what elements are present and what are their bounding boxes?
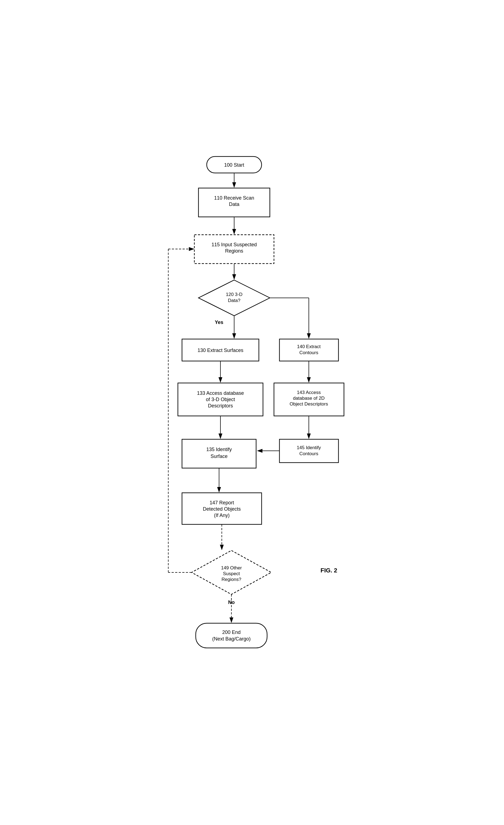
svg-text:Data?: Data?	[228, 298, 240, 303]
svg-text:database of 2D: database of 2D	[293, 396, 325, 401]
svg-rect-35	[274, 383, 344, 416]
svg-text:100 Start: 100 Start	[224, 162, 244, 168]
svg-rect-20	[182, 339, 259, 361]
svg-rect-28	[182, 439, 256, 468]
svg-text:115 Input Suspected: 115 Input Suspected	[211, 242, 257, 247]
svg-text:Object Descriptors: Object Descriptors	[290, 401, 328, 406]
svg-text:Regions: Regions	[225, 248, 243, 254]
svg-text:Detected Objects: Detected Objects	[203, 506, 241, 512]
svg-text:Regions?: Regions?	[222, 577, 241, 582]
svg-text:Yes: Yes	[215, 319, 223, 325]
svg-text:Contours: Contours	[299, 451, 318, 456]
svg-text:140  Extract: 140 Extract	[297, 344, 320, 349]
svg-text:147  Report: 147 Report	[209, 500, 234, 506]
svg-rect-9	[194, 235, 274, 264]
svg-text:(If Any): (If Any)	[214, 513, 229, 518]
svg-rect-59	[196, 623, 267, 648]
svg-text:130 Extract Surfaces: 130 Extract Surfaces	[197, 348, 243, 353]
svg-text:200 End: 200 End	[222, 629, 240, 635]
svg-text:135  Identify: 135 Identify	[206, 447, 232, 452]
svg-marker-13	[199, 280, 270, 316]
svg-rect-45	[182, 493, 262, 524]
svg-text:Surface: Surface	[211, 454, 228, 459]
flowchart-diagram: 100 Start 110 Receive Scan Data 115 Inpu…	[156, 11, 348, 807]
svg-text:145  Identify: 145 Identify	[297, 445, 321, 450]
svg-marker-50	[192, 550, 271, 594]
svg-rect-40	[279, 439, 339, 463]
svg-text:110 Receive Scan: 110 Receive Scan	[214, 195, 254, 201]
svg-text:143  Access: 143 Access	[297, 390, 321, 395]
svg-text:120 3-D: 120 3-D	[226, 292, 242, 297]
svg-text:Contours: Contours	[299, 350, 318, 355]
svg-rect-5	[199, 188, 270, 217]
svg-rect-23	[178, 383, 263, 416]
svg-text:133 Access database: 133 Access database	[197, 390, 244, 396]
svg-text:No: No	[228, 600, 235, 605]
svg-text:FIG. 2: FIG. 2	[320, 567, 337, 574]
svg-text:of 3-D Object: of 3-D Object	[206, 397, 235, 402]
svg-rect-31	[279, 339, 339, 361]
svg-text:Descriptors: Descriptors	[208, 403, 233, 408]
svg-text:Data: Data	[229, 202, 240, 207]
svg-rect-2	[207, 156, 262, 173]
svg-text:Suspect: Suspect	[223, 571, 240, 576]
svg-text:(Next Bag/Cargo): (Next Bag/Cargo)	[212, 636, 250, 642]
svg-text:149  Other: 149 Other	[221, 565, 242, 571]
